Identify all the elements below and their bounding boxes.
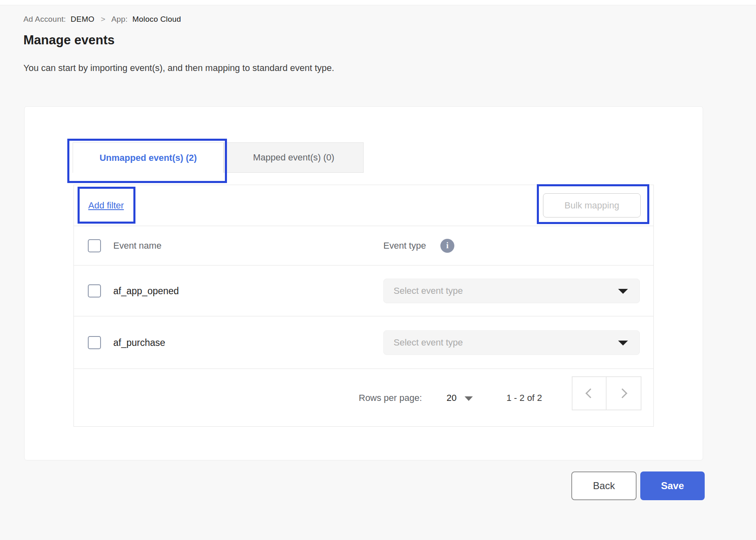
pagination-row: Rows per page: 20 1 - 2 of 2 [74, 369, 653, 427]
row-checkbox[interactable] [88, 336, 101, 349]
table-header-row: Event name Event type i [74, 226, 653, 265]
tab-mapped-events[interactable]: Mapped event(s) (0) [224, 142, 364, 173]
caret-down-icon [618, 341, 628, 346]
events-table: Add filter Bulk mapping Event name Event… [73, 185, 654, 427]
table-row: af_app_opened Select event type [74, 265, 653, 316]
event-name-cell: af_app_opened [113, 285, 179, 296]
table-row: af_purchase Select event type [74, 316, 653, 369]
event-name-cell: af_purchase [113, 337, 165, 348]
page-range-text: 1 - 2 of 2 [506, 393, 542, 403]
pager [572, 376, 641, 410]
breadcrumb-app-label: App: [111, 15, 128, 23]
breadcrumb-app-value: Moloco Cloud [133, 15, 181, 23]
bulk-mapping-button[interactable]: Bulk mapping [543, 193, 641, 217]
rows-per-page-label: Rows per page: [359, 393, 422, 403]
info-icon[interactable]: i [440, 239, 454, 253]
save-button[interactable]: Save [640, 471, 705, 500]
filter-row: Add filter Bulk mapping [74, 185, 653, 226]
back-button[interactable]: Back [571, 471, 637, 500]
add-filter-link[interactable]: Add filter [88, 200, 124, 211]
page: Ad Account: DEMO > App: Moloco Cloud Man… [0, 0, 756, 540]
breadcrumb-ad-account-value: DEMO [71, 15, 94, 23]
prev-page-button[interactable] [572, 376, 607, 410]
column-header-event-type: Event type [383, 240, 426, 251]
caret-down-icon[interactable] [465, 396, 473, 401]
breadcrumb-ad-account-label: Ad Account: [23, 15, 66, 23]
event-type-select[interactable]: Select event type [383, 330, 640, 355]
breadcrumb: Ad Account: DEMO > App: Moloco Cloud [23, 15, 181, 24]
select-placeholder: Select event type [394, 337, 463, 348]
chevron-left-icon [585, 388, 595, 398]
breadcrumb-separator: > [101, 15, 105, 23]
page-title: Manage events [23, 33, 115, 48]
rows-per-page-value[interactable]: 20 [447, 393, 456, 403]
top-bar [0, 0, 756, 5]
select-all-checkbox[interactable] [88, 239, 101, 252]
next-page-button[interactable] [607, 376, 641, 410]
page-subtitle: You can start by importing event(s), and… [23, 63, 334, 73]
chevron-right-icon [617, 388, 627, 398]
row-checkbox[interactable] [88, 284, 101, 297]
select-placeholder: Select event type [394, 286, 463, 296]
caret-down-icon [618, 289, 628, 294]
event-type-select[interactable]: Select event type [383, 279, 640, 303]
tab-unmapped-events[interactable]: Unmapped event(s) (2) [73, 142, 224, 173]
column-header-event-name: Event name [113, 240, 161, 251]
